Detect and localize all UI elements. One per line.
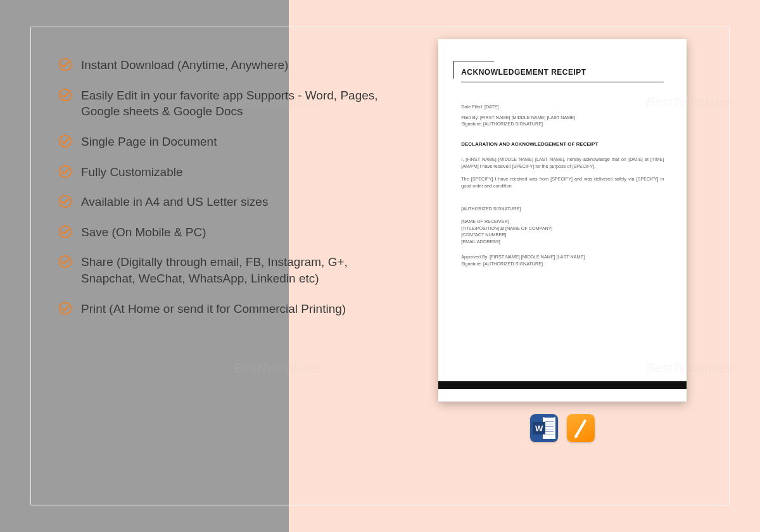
document-title: ACKNOWLEDGEMENT RECEIPT [461, 67, 664, 82]
feature-text: Available in A4 and US Letter sizes [81, 194, 390, 210]
doc-signature-top: Signature: [AUTHORIZED SIGNATURE] [461, 121, 664, 127]
pen-icon [575, 419, 586, 437]
content-wrapper: Instant Download (Anytime, Anywhere) Eas… [30, 27, 730, 505]
word-letter: W [533, 422, 545, 434]
title-bracket [453, 61, 494, 61]
checkmark-icon [58, 225, 72, 239]
feature-text: Share (Digitally through email, FB, Inst… [81, 254, 390, 286]
feature-list: Instant Download (Anytime, Anywhere) Eas… [30, 27, 408, 505]
checkmark-icon [58, 134, 72, 148]
doc-receiver-title: [TITLE/POSITION] at [NAME OF COMPANY] [461, 225, 664, 232]
preview-column: ACKNOWLEDGEMENT RECEIPT Date Filed: [DAT… [408, 27, 730, 505]
doc-receiver-contact: [CONTACT NUMBER] [461, 232, 664, 238]
feature-item: Available in A4 and US Letter sizes [58, 194, 390, 210]
feature-item: Single Page in Document [58, 134, 390, 150]
doc-receiver-email: [EMAIL ADDRESS] [461, 239, 664, 245]
feature-text: Print (At Home or send it for Commercial… [81, 301, 390, 317]
feature-item: Share (Digitally through email, FB, Inst… [58, 254, 390, 286]
feature-item: Fully Customizable [58, 164, 390, 180]
feature-text: Single Page in Document [81, 134, 390, 150]
feature-item: Save (On Mobile & PC) [58, 224, 390, 241]
feature-text: Instant Download (Anytime, Anywhere) [81, 57, 390, 73]
doc-signature-bottom: Signature: [AUTHORIZED SIGNATURE] [461, 261, 664, 267]
doc-receiver-name: [NAME OF RECEIVER] [461, 218, 664, 225]
checkmark-icon [58, 255, 72, 269]
feature-text: Easily Edit in your favorite app Support… [81, 87, 390, 120]
title-bracket [453, 61, 454, 79]
checkmark-icon [58, 88, 72, 102]
checkmark-icon [58, 194, 72, 208]
pages-app-icon [567, 414, 595, 442]
checkmark-icon [58, 58, 72, 72]
doc-section-head: DECLARATION AND ACKNOWLEDGEMENT OF RECEI… [461, 141, 664, 148]
doc-auth-sig: [AUTHORIZED SIGNATURE] [461, 206, 664, 212]
feature-item: Print (At Home or send it for Commercial… [58, 301, 390, 317]
word-app-icon: W [530, 414, 558, 442]
feature-item: Instant Download (Anytime, Anywhere) [58, 57, 390, 73]
doc-paragraph: The [SPECIFY] I have received was from [… [461, 176, 664, 189]
doc-approved-by: Approved By: [FIRST NAME] [MIDDLE NAME] … [461, 254, 664, 260]
doc-footer-bar [438, 381, 687, 389]
feature-text: Fully Customizable [81, 164, 390, 180]
feature-text: Save (On Mobile & PC) [81, 224, 390, 241]
doc-paragraph: I, [FIRST NAME] [MIDDLE NAME] [LAST NAME… [461, 156, 664, 170]
checkmark-icon [58, 165, 72, 179]
doc-date-filed: Date Filed: [DATE] [461, 104, 664, 110]
feature-item: Easily Edit in your favorite app Support… [58, 87, 390, 120]
doc-filed-by: Filed By: [FIRST NAME] [MIDDLE NAME] [LA… [461, 115, 664, 121]
document-preview: ACKNOWLEDGEMENT RECEIPT Date Filed: [DAT… [438, 39, 687, 402]
app-icons-row: W [438, 414, 687, 442]
checkmark-icon [58, 301, 72, 315]
